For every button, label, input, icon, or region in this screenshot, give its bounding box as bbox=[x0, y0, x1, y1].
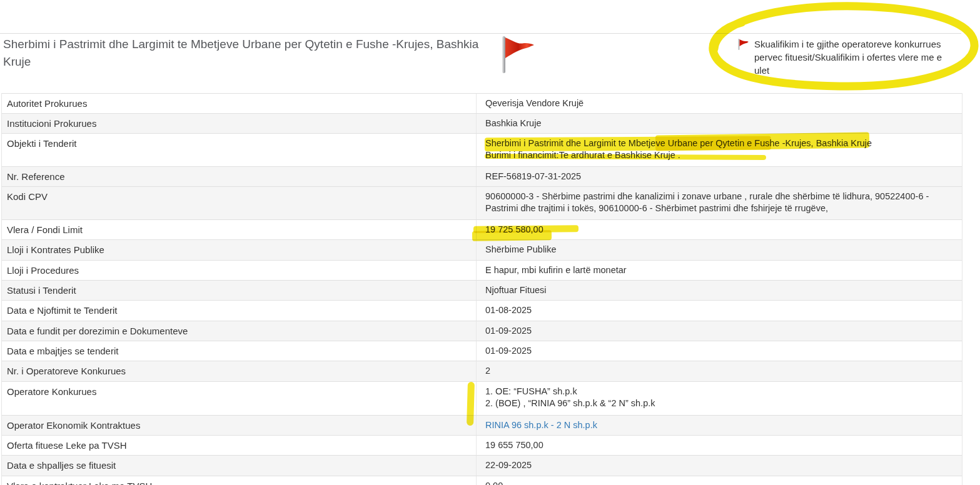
row-value: Shërbime Publike bbox=[476, 240, 962, 260]
header-divider bbox=[0, 33, 961, 34]
row-value: REF-56819-07-31-2025 bbox=[476, 167, 962, 186]
row-value: 0,00 bbox=[476, 476, 962, 485]
row-label: Institucioni Prokurues bbox=[2, 114, 476, 133]
row-value: 01-08-2025 bbox=[476, 301, 962, 321]
table-row: Vlera / Fondi Limit19 725 580,00 bbox=[2, 219, 962, 239]
row-label: Operatore Konkurues bbox=[2, 382, 476, 415]
row-label: Autoritet Prokurues bbox=[2, 94, 476, 113]
row-label: Kodi CPV bbox=[2, 187, 476, 219]
red-flag-icon bbox=[497, 36, 538, 74]
table-row: Autoritet ProkuruesQeverisja Vendore Kru… bbox=[2, 93, 962, 113]
row-label: Statusi i Tenderit bbox=[2, 281, 476, 300]
row-label: Data e shpalljes se fituesit bbox=[2, 456, 476, 476]
row-label: Objekti i Tenderit bbox=[2, 134, 476, 166]
contracted-operator-link[interactable]: RINIA 96 sh.p.k - 2 N sh.p.k bbox=[485, 420, 597, 430]
table-row: Oferta fituese Leke pa TVSH19 655 750,00 bbox=[2, 435, 962, 455]
row-value: 2 bbox=[476, 361, 962, 381]
row-value: 1. OE: “FUSHA” sh.p.k2. (BOE) , “RINIA 9… bbox=[476, 382, 962, 415]
row-value: 19 655 750,00 bbox=[476, 436, 962, 455]
row-label: Nr. i Operatoreve Konkurues bbox=[2, 361, 476, 381]
table-row: Operator Ekonomik KontraktuesRINIA 96 sh… bbox=[2, 415, 962, 435]
row-label: Data e fundit per dorezimin e Dokumentev… bbox=[2, 321, 476, 341]
table-row: Institucioni ProkuruesBashkia Kruje bbox=[2, 113, 962, 133]
row-value: 22-09-2025 bbox=[476, 456, 962, 476]
row-label: Operator Ekonomik Kontraktues bbox=[2, 416, 476, 435]
row-value: RINIA 96 sh.p.k - 2 N sh.p.k bbox=[476, 416, 962, 435]
row-value: Sherbimi i Pastrimit dhe Largimit te Mbe… bbox=[476, 134, 962, 166]
flag-note-text: Skualifikim i te gjithe operatoreve konk… bbox=[754, 38, 956, 77]
row-label: Vlera / Fondi Limit bbox=[2, 220, 476, 239]
row-label: Data e mbajtjes se tenderit bbox=[2, 341, 476, 361]
table-row: Nr. i Operatoreve Konkurues2 bbox=[2, 361, 962, 381]
table-row: Data e fundit per dorezimin e Dokumentev… bbox=[2, 321, 962, 341]
row-value: Njoftuar Fituesi bbox=[476, 281, 962, 300]
table-row: Vlera e kontraktuar Leke me TVSH0,00 bbox=[2, 476, 962, 485]
table-row: Operatore Konkurues1. OE: “FUSHA” sh.p.k… bbox=[2, 381, 962, 415]
row-value: E hapur, mbi kufirin e lartë monetar bbox=[476, 261, 962, 280]
row-label: Lloji i Procedures bbox=[2, 261, 476, 280]
table-row: Data e shpalljes se fituesit22-09-2025 bbox=[2, 455, 962, 476]
row-value: 01-09-2025 bbox=[476, 341, 962, 361]
row-value: 19 725 580,00 bbox=[476, 220, 962, 239]
red-flag-small-icon bbox=[737, 38, 749, 51]
row-label: Oferta fituese Leke pa TVSH bbox=[2, 436, 476, 455]
table-row: Lloji i ProceduresE hapur, mbi kufirin e… bbox=[2, 260, 962, 280]
table-row: Objekti i TenderitSherbimi i Pastrimit d… bbox=[2, 133, 962, 166]
page-title: Sherbimi i Pastrimit dhe Largimit te Mbe… bbox=[3, 36, 485, 71]
table-row: Statusi i TenderitNjoftuar Fituesi bbox=[2, 280, 962, 300]
tender-detail-page: Sherbimi i Pastrimit dhe Largimit te Mbe… bbox=[0, 0, 980, 485]
row-label: Data e Njoftimit te Tenderit bbox=[2, 301, 476, 321]
row-label: Nr. Reference bbox=[2, 167, 476, 186]
row-value: Qeverisja Vendore Krujë bbox=[476, 94, 962, 113]
table-row: Data e mbajtjes se tenderit01-09-2025 bbox=[2, 341, 962, 361]
tender-table: Autoritet ProkuruesQeverisja Vendore Kru… bbox=[1, 93, 962, 485]
row-value: 90600000-3 - Shërbime pastrimi dhe kanal… bbox=[476, 187, 962, 219]
table-row: Nr. ReferenceREF-56819-07-31-2025 bbox=[2, 166, 962, 186]
row-label: Vlera e kontraktuar Leke me TVSH bbox=[2, 476, 476, 485]
flag-note: Skualifikim i te gjithe operatoreve konk… bbox=[737, 38, 957, 77]
row-label: Lloji i Kontrates Publike bbox=[2, 240, 476, 260]
row-value: 01-09-2025 bbox=[476, 321, 962, 341]
table-row: Data e Njoftimit te Tenderit01-08-2025 bbox=[2, 300, 962, 321]
row-value: Bashkia Kruje bbox=[476, 114, 962, 133]
table-row: Kodi CPV90600000-3 - Shërbime pastrimi d… bbox=[2, 186, 962, 219]
table-row: Lloji i Kontrates PublikeShërbime Publik… bbox=[2, 239, 962, 260]
